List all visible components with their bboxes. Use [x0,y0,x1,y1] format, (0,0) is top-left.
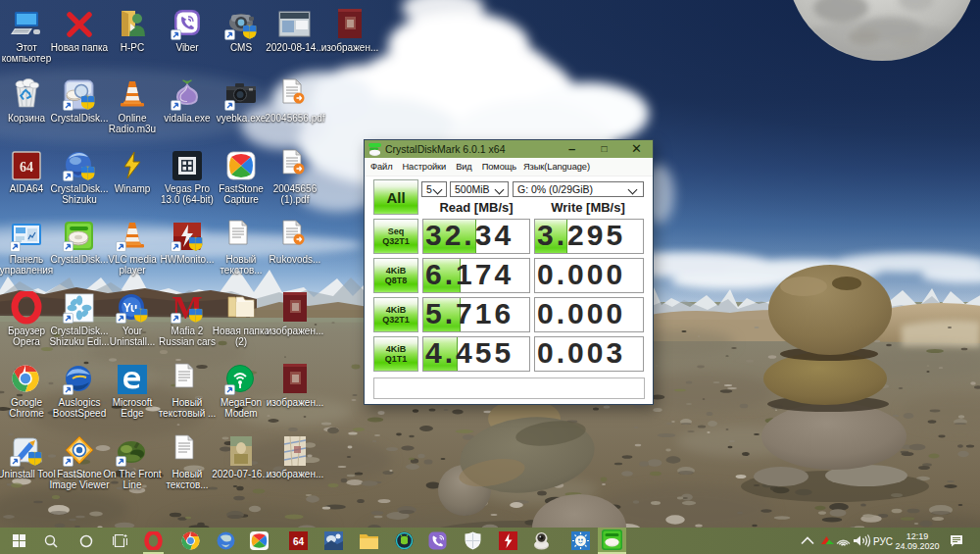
svg-text:64: 64 [20,160,33,175]
